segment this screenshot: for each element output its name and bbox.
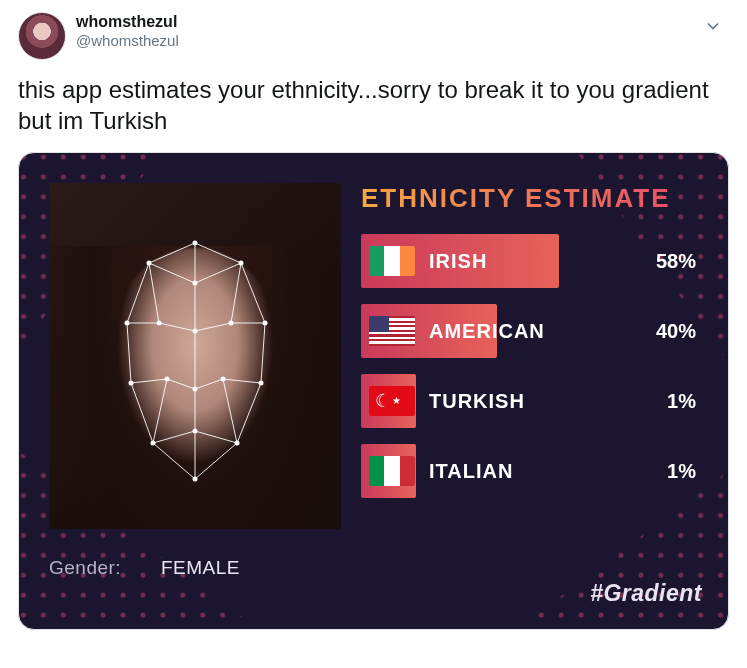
face-photo [49,183,341,529]
ethnicity-row-irish: IRISH 58% [361,234,702,288]
svg-point-8 [125,321,130,326]
svg-point-20 [193,429,198,434]
ethnicity-percent: 58% [656,250,696,273]
svg-point-16 [221,377,226,382]
svg-point-6 [147,261,152,266]
svg-point-13 [129,381,134,386]
chevron-down-icon[interactable] [703,16,723,40]
svg-point-7 [239,261,244,266]
handle[interactable]: @whomsthezul [76,32,179,51]
ethnicity-percent: 40% [656,320,696,343]
card-title: ETHNICITY ESTIMATE [361,183,702,214]
photo-column: Gender: FEMALE [49,183,341,607]
svg-point-12 [193,329,198,334]
gender-label: Gender: [49,557,121,578]
display-name[interactable]: whomsthezul [76,12,179,32]
svg-point-9 [263,321,268,326]
svg-point-15 [165,377,170,382]
avatar[interactable] [18,12,66,60]
gender-value: FEMALE [161,557,240,578]
hashtag: #Gradient [361,580,702,607]
ethnicity-label: AMERICAN [429,320,545,343]
svg-point-19 [235,441,240,446]
ethnicity-label: IRISH [429,250,487,273]
svg-point-18 [151,441,156,446]
flag-ireland-icon [369,246,415,276]
tweet-text: this app estimates your ethnicity...sorr… [18,74,729,136]
flag-turkey-icon: ☾★ [369,386,415,416]
results-column: ETHNICITY ESTIMATE IRISH 58% AMERICAN 40… [361,183,702,607]
ethnicity-label: TURKISH [429,390,525,413]
ethnicity-percent: 1% [667,390,696,413]
svg-point-21 [193,477,198,482]
flag-usa-icon [369,316,415,346]
tweet: whomsthezul @whomsthezul this app estima… [0,0,747,136]
flag-italy-icon [369,456,415,486]
ethnicity-row-italian: ITALIAN 1% [361,444,702,498]
svg-point-10 [157,321,162,326]
svg-point-22 [193,281,198,286]
face-mesh-overlay [49,183,341,529]
tweet-header: whomsthezul @whomsthezul [18,12,729,60]
ethnicity-card: Gender: FEMALE ETHNICITY ESTIMATE IRISH … [18,152,729,630]
svg-point-11 [229,321,234,326]
ethnicity-label: ITALIAN [429,460,513,483]
ethnicity-bars: IRISH 58% AMERICAN 40% ☾★ TURKISH 1% [361,234,702,498]
gender-row: Gender: FEMALE [49,557,341,579]
svg-point-5 [193,241,198,246]
ethnicity-row-american: AMERICAN 40% [361,304,702,358]
svg-point-17 [193,387,198,392]
svg-point-14 [259,381,264,386]
tweet-names: whomsthezul @whomsthezul [76,12,179,51]
ethnicity-row-turkish: ☾★ TURKISH 1% [361,374,702,428]
ethnicity-percent: 1% [667,460,696,483]
